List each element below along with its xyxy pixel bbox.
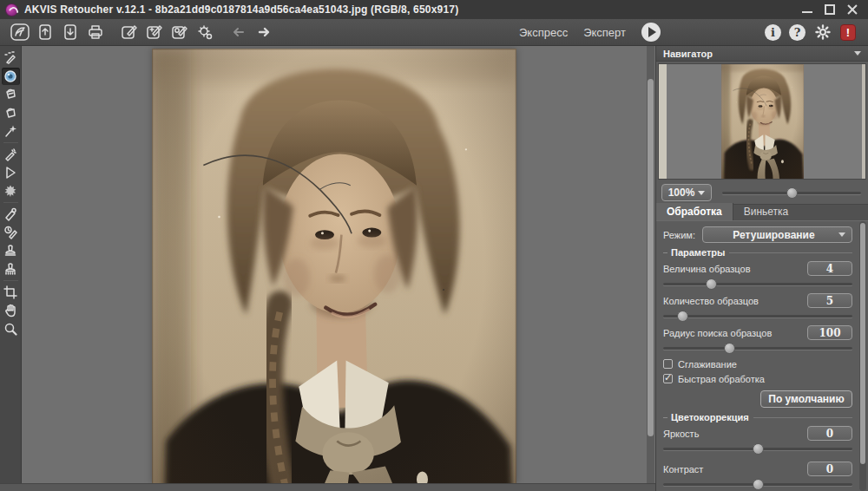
minimize-button[interactable] [802,4,812,15]
express-mode-link[interactable]: Экспресс [519,26,568,39]
tool-spot-remover[interactable] [2,182,20,200]
tool-run-processing[interactable] [2,164,20,181]
default-button[interactable]: По умолчанию [760,390,852,408]
share-button[interactable] [118,21,141,43]
param-sample-size-slider[interactable] [663,278,852,290]
info-button[interactable]: i [765,24,781,41]
redo-button[interactable] [253,21,275,43]
parameters-group-header: Параметры [663,247,852,258]
slider-knob[interactable] [706,278,717,290]
run-play-icon [648,27,656,37]
hand-icon [3,304,17,318]
mode-dropdown[interactable]: Ретуширование [702,226,852,243]
tab-vignette[interactable]: Виньетка [733,203,799,220]
tool-magic-wand[interactable] [2,122,20,140]
help-button[interactable]: ? [789,24,806,41]
brightness-slider[interactable] [663,442,852,455]
param-search-radius-slider[interactable] [663,342,852,354]
print-button[interactable] [84,21,107,43]
slider-knob[interactable] [753,443,764,455]
preferences-button[interactable] [813,21,832,43]
tool-zoom[interactable] [2,320,20,337]
param-sample-count-slider[interactable] [663,310,852,322]
quick-retouch-icon [3,147,17,161]
batch-processing-button[interactable] [194,21,216,43]
param-sample-count-value[interactable]: 5 [807,293,852,308]
open-image-icon [36,23,54,41]
panel-tabs: Обработка Виньетка [656,204,868,221]
maximize-button[interactable] [825,4,835,15]
undo-button[interactable] [227,21,250,43]
crop-icon [3,285,17,299]
tool-exclusion-bucket[interactable] [2,104,20,121]
tool-crop[interactable] [2,284,20,301]
info-icon: i [771,26,775,39]
zoom-slider-knob[interactable] [786,187,798,199]
save-image-icon [62,23,79,41]
photo-before[interactable] [152,49,516,483]
zoom-loupe-icon [3,322,17,336]
fast-processing-checkbox[interactable] [663,374,673,383]
run-button[interactable] [641,23,661,42]
zoom-value-button[interactable]: 100% [661,184,712,201]
selection-brush-icon [3,51,17,65]
brightness-value[interactable]: 0 [807,426,852,441]
tab-processing[interactable]: Обработка [656,203,733,220]
navigator-thumbnail[interactable] [721,64,804,180]
chevron-down-icon [698,191,705,195]
tool-chameleon-brush[interactable] [2,260,20,278]
save-image-button[interactable] [59,21,82,43]
param-sample-count-label: Количество образцов [663,296,807,306]
app-window: AKVIS Retoucher v.12.1 - 8b2a21dd9c01878… [0,0,868,491]
slider-knob[interactable] [753,479,764,490]
smoothing-checkbox[interactable] [663,359,673,369]
tool-separator [3,280,18,281]
open-image-button[interactable] [34,21,56,43]
tool-selection-brush[interactable] [2,49,20,67]
license-warning-icon: ! [846,26,850,39]
expert-mode-link[interactable]: Эксперт [583,26,626,39]
canvas-vertical-scrollbar[interactable] [647,46,654,483]
tool-selection-bucket[interactable] [2,86,20,103]
settings-scrollbar[interactable] [859,221,866,491]
image-canvas[interactable] [22,46,655,483]
titlebar: AKVIS Retoucher v.12.1 - 8b2a21dd9c01878… [0,0,868,19]
license-warning-button[interactable]: ! [840,24,856,41]
zoom-slider[interactable] [722,187,861,199]
param-sample-size-value[interactable]: 4 [807,261,852,276]
contrast-slider[interactable] [663,478,852,490]
new-preset-button[interactable] [143,21,166,43]
contrast-value[interactable]: 0 [807,462,852,476]
chevron-down-icon [838,232,845,237]
akvis-home-button[interactable] [9,21,31,43]
eraser-icon [3,69,17,83]
canvas-scroll-thumb[interactable] [648,79,654,436]
navigator-header[interactable]: Навигатор [656,46,868,62]
fast-processing-checkbox-row[interactable]: Быстрая обработка [663,371,852,386]
exclusion-bucket-icon [3,106,17,120]
navigator-preview[interactable] [658,63,866,180]
tool-clone-stamp[interactable] [2,242,20,259]
chevron-down-icon [854,51,861,56]
tool-quick-retouch[interactable] [2,146,20,163]
tool-history-brush[interactable] [2,224,20,241]
tool-eraser[interactable] [2,68,20,85]
batch-gears-icon [196,23,214,41]
magic-wand-icon [3,124,17,138]
help-icon: ? [794,26,801,39]
tool-hand[interactable] [2,302,20,319]
contrast-label: Контраст [663,464,807,475]
navigator-page-edge-left [659,64,667,179]
tool-patch[interactable] [2,206,20,223]
close-button[interactable] [847,4,858,15]
slider-knob[interactable] [724,343,735,354]
param-search-radius-label: Радиус поиска образцов [663,328,807,338]
param-search-radius-value[interactable]: 100 [807,325,852,340]
smoothing-label: Сглаживание [678,359,737,370]
tool-separator [3,142,18,143]
preset-view-button[interactable] [168,21,191,43]
slider-knob[interactable] [677,311,688,322]
akvis-logo-icon [5,3,18,16]
smoothing-checkbox-row[interactable]: Сглаживание [663,357,852,371]
settings-scroll-thumb[interactable] [860,223,865,464]
